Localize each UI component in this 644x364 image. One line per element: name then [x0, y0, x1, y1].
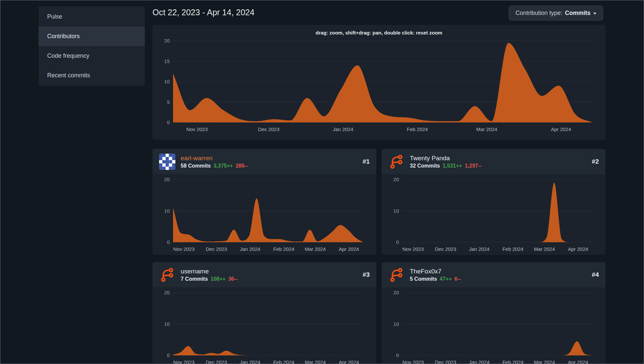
additions-count: 3,375++: [214, 163, 233, 169]
svg-text:Jan 2024: Jan 2024: [240, 246, 260, 252]
contributor-rank: #4: [592, 271, 599, 278]
additions-count: 108++: [211, 276, 226, 282]
svg-text:Nov 2023: Nov 2023: [173, 359, 195, 364]
contributor-chart[interactable]: 01020Nov 2023Dec 2023Jan 2024Feb 2024Mar…: [158, 176, 371, 254]
activity-sidebar: Pulse Contributors Code frequency Recent…: [39, 6, 145, 86]
svg-text:20: 20: [164, 177, 170, 182]
additions-count: 1,531++: [443, 163, 462, 169]
svg-text:0: 0: [167, 119, 170, 125]
contributor-card-header: TheFox0x7 5 Commits 47++ 6-- #4: [382, 262, 605, 287]
svg-text:Jan 2024: Jan 2024: [240, 359, 260, 364]
identicon-avatar: [159, 154, 175, 170]
contributor-name: TheFox0x7: [410, 268, 461, 275]
svg-text:Apr 2024: Apr 2024: [551, 126, 571, 132]
sidebar-item-contributors[interactable]: Contributors: [39, 27, 145, 46]
chart-zoom-hint: drag: zoom, shift+drag: pan, double clic…: [152, 25, 605, 36]
overall-contributions-chart[interactable]: 05101520Nov 2023Dec 2023Jan 2024Feb 2024…: [158, 37, 600, 134]
svg-text:Mar 2024: Mar 2024: [534, 246, 555, 252]
svg-text:Jan 2024: Jan 2024: [469, 246, 490, 252]
svg-text:10: 10: [164, 321, 170, 327]
contribution-type-dropdown[interactable]: Contribution type: Commits: [509, 6, 603, 21]
contributor-card-header: earl-warren 58 Commits 3,375++ 286-- #1: [152, 149, 376, 174]
contributor-rank: #1: [363, 158, 370, 165]
contributor-name: Twenty Panda: [410, 155, 482, 162]
contributor-card-header: Twenty Panda 32 Commits 1,531++ 1,297-- …: [382, 149, 605, 174]
svg-text:Feb 2024: Feb 2024: [503, 359, 523, 364]
svg-text:Feb 2024: Feb 2024: [503, 246, 523, 252]
contribution-type-value: Commits: [565, 10, 591, 17]
contributor-meta: earl-warren 58 Commits 3,375++ 286--: [181, 155, 248, 169]
sidebar-item-code-frequency[interactable]: Code frequency: [39, 46, 145, 66]
svg-text:10: 10: [164, 79, 170, 84]
svg-text:Feb 2024: Feb 2024: [273, 359, 294, 364]
svg-text:Nov 2023: Nov 2023: [403, 359, 424, 364]
svg-text:Dec 2023: Dec 2023: [435, 246, 456, 252]
svg-text:Jan 2024: Jan 2024: [333, 126, 353, 132]
sidebar-item-pulse[interactable]: Pulse: [39, 7, 145, 27]
contributor-card: earl-warren 58 Commits 3,375++ 286-- #1 …: [152, 149, 376, 255]
svg-text:Mar 2024: Mar 2024: [305, 359, 325, 364]
svg-text:Dec 2023: Dec 2023: [206, 246, 227, 252]
forgejo-logo-icon: [388, 267, 405, 283]
deletions-count: 1,297--: [465, 163, 482, 169]
contributor-name-link[interactable]: earl-warren: [181, 155, 248, 162]
svg-text:Mar 2024: Mar 2024: [476, 126, 497, 132]
svg-text:Feb 2024: Feb 2024: [273, 246, 294, 252]
contributor-rank: #3: [363, 271, 370, 278]
svg-text:Apr 2024: Apr 2024: [568, 246, 588, 252]
date-range-title: Oct 22, 2023 - Apr 14, 2024: [152, 8, 254, 17]
contributor-chart[interactable]: 01020Nov 2023Dec 2023Jan 2024Feb 2024Mar…: [387, 289, 600, 364]
sidebar-item-label: Code frequency: [47, 52, 89, 59]
svg-text:20: 20: [164, 38, 170, 43]
svg-text:Nov 2023: Nov 2023: [173, 246, 195, 252]
contributor-card-header: username 7 Commits 108++ 36-- #3: [152, 262, 376, 287]
svg-text:0: 0: [396, 239, 399, 245]
deletions-count: 36--: [228, 276, 237, 282]
contributor-chart[interactable]: 01020Nov 2023Dec 2023Jan 2024Feb 2024Mar…: [158, 289, 371, 364]
svg-text:Jan 2024: Jan 2024: [469, 359, 490, 364]
svg-text:20: 20: [393, 290, 399, 295]
overall-contributions-panel: drag: zoom, shift+drag: pan, double clic…: [152, 25, 605, 140]
commits-count: 7 Commits: [181, 276, 208, 282]
commits-count: 5 Commits: [410, 276, 437, 282]
svg-text:Feb 2024: Feb 2024: [407, 126, 428, 132]
commits-count: 58 Commits: [181, 163, 211, 169]
svg-text:Nov 2023: Nov 2023: [403, 246, 424, 252]
svg-text:5: 5: [167, 99, 170, 105]
svg-text:Mar 2024: Mar 2024: [305, 246, 325, 252]
sidebar-item-label: Contributors: [47, 33, 80, 40]
svg-text:10: 10: [164, 208, 170, 214]
svg-text:Nov 2023: Nov 2023: [186, 126, 208, 132]
contributor-chart[interactable]: 01020Nov 2023Dec 2023Jan 2024Feb 2024Mar…: [387, 176, 600, 254]
contributor-name: username: [181, 268, 238, 275]
svg-text:0: 0: [167, 352, 170, 358]
svg-text:Apr 2024: Apr 2024: [339, 359, 359, 364]
svg-text:Mar 2024: Mar 2024: [534, 359, 555, 364]
contributor-card: TheFox0x7 5 Commits 47++ 6-- #4 01020Nov…: [382, 262, 605, 364]
contributor-meta: username 7 Commits 108++ 36--: [181, 268, 238, 282]
deletions-count: 286--: [235, 163, 248, 169]
svg-text:10: 10: [393, 208, 399, 214]
contributor-stats: 5 Commits 47++ 6--: [410, 276, 461, 282]
contribution-type-label: Contribution type:: [515, 10, 562, 17]
forgejo-logo-icon: [159, 267, 175, 283]
svg-text:0: 0: [396, 352, 399, 358]
additions-count: 47++: [440, 276, 452, 282]
svg-text:0: 0: [167, 239, 170, 245]
svg-text:Dec 2023: Dec 2023: [258, 126, 279, 132]
contributor-meta: TheFox0x7 5 Commits 47++ 6--: [410, 268, 461, 282]
forgejo-logo-icon: [388, 154, 405, 170]
contributor-card: Twenty Panda 32 Commits 1,531++ 1,297-- …: [382, 149, 605, 255]
sidebar-item-label: Recent commits: [47, 72, 90, 79]
svg-text:20: 20: [393, 177, 399, 182]
chevron-down-icon: [593, 13, 597, 15]
svg-text:Apr 2024: Apr 2024: [339, 246, 359, 252]
sidebar-item-label: Pulse: [47, 13, 62, 20]
commits-count: 32 Commits: [410, 163, 440, 169]
contributor-meta: Twenty Panda 32 Commits 1,531++ 1,297--: [410, 155, 482, 169]
svg-text:20: 20: [164, 290, 170, 295]
svg-text:15: 15: [164, 58, 170, 64]
contributor-stats: 32 Commits 1,531++ 1,297--: [410, 163, 482, 169]
contributor-stats: 7 Commits 108++ 36--: [181, 276, 238, 282]
sidebar-item-recent-commits[interactable]: Recent commits: [39, 66, 145, 85]
